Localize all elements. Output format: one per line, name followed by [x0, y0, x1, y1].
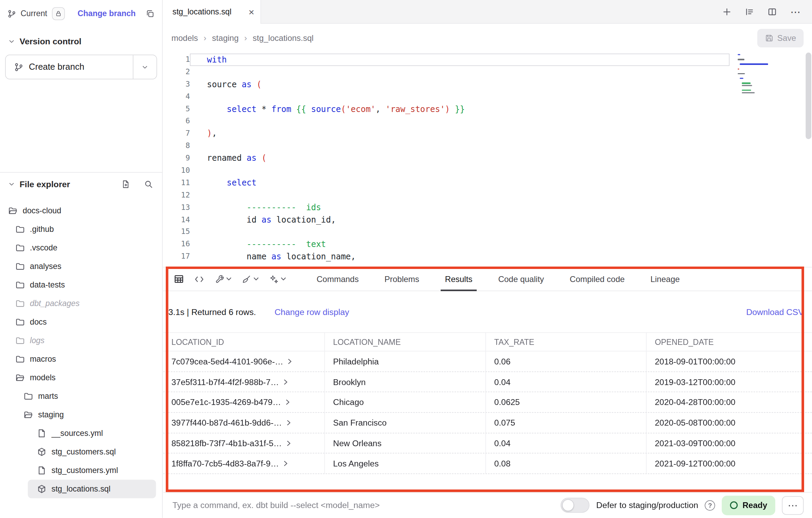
file-tree-item[interactable]: stg_locations.sql [28, 480, 156, 498]
code-line-text [190, 140, 730, 152]
download-csv-link[interactable]: Download CSV [746, 307, 804, 317]
file-tree-item-label: docs-cloud [23, 206, 61, 215]
code-line[interactable]: 17 name as location_name, [163, 250, 730, 263]
code-line[interactable]: 11 select [163, 177, 730, 189]
code-line[interactable]: 15 [163, 226, 730, 238]
change-branch-link[interactable]: Change branch [78, 9, 136, 18]
file-tree-item[interactable]: __sources.yml [0, 424, 156, 443]
panel-tab-compiled-code[interactable]: Compiled code [569, 268, 626, 291]
expand-row-icon[interactable] [285, 439, 292, 447]
editor-scrollbar[interactable] [805, 53, 811, 267]
code-line-text [190, 165, 730, 177]
new-file-icon[interactable] [121, 180, 130, 189]
panel-tab-commands[interactable]: Commands [316, 268, 360, 291]
code-line[interactable]: 10 [163, 165, 730, 177]
code-line-text: ---------- ids [190, 201, 730, 214]
more-menu-button[interactable]: ⋯ [782, 496, 804, 515]
new-tab-icon[interactable] [722, 7, 732, 16]
cell-tax-rate: 0.075 [486, 413, 646, 433]
file-tree-item[interactable]: docs-cloud [0, 202, 156, 220]
panel-tab-code-quality[interactable]: Code quality [497, 268, 545, 291]
expand-row-icon[interactable] [285, 419, 292, 427]
breadcrumb-item[interactable]: staging [198, 34, 239, 43]
cell-opened-date: 2020-04-28T00:00:00 [646, 392, 812, 412]
cell-location-name: San Francisco [324, 413, 486, 433]
file-tree-item[interactable]: dbt_packages [0, 294, 156, 313]
cell-location-name: Brooklyn [324, 372, 486, 392]
code-editor-area[interactable]: 1with23source as (45 select * from {{ so… [163, 53, 812, 267]
code-line[interactable]: 13 ---------- ids [163, 201, 730, 214]
code-editor[interactable]: 1with23source as (45 select * from {{ so… [163, 54, 730, 263]
file-tree-item-label: stg_customers.yml [51, 466, 118, 475]
file-tree-item[interactable]: macros [0, 350, 156, 369]
file-tree-item[interactable]: docs [0, 313, 156, 331]
current-branch-label: Current [21, 9, 47, 18]
folder-icon [15, 243, 25, 252]
editor-tabbar: stg_locations.sql × ⋯ [163, 0, 812, 24]
indent-list-icon[interactable] [745, 7, 754, 16]
file-tree-item[interactable]: staging [0, 406, 156, 424]
code-line-text: select [190, 177, 730, 189]
file-tree-item[interactable]: stg_customers.yml [0, 461, 156, 480]
line-number: 1 [163, 54, 190, 66]
code-line[interactable]: 2 [163, 66, 730, 78]
code-line[interactable]: 9renamed as ( [163, 152, 730, 165]
version-control-header[interactable]: Version control [0, 31, 162, 52]
file-tree-item-label: stg_customers.sql [51, 447, 116, 457]
format-button[interactable] [240, 272, 262, 286]
line-number: 14 [163, 214, 190, 226]
file-tree-item[interactable]: analyses [0, 257, 156, 276]
panel-tab-results[interactable]: Results [444, 268, 474, 291]
search-icon[interactable] [144, 180, 153, 189]
code-line[interactable]: 12 [163, 189, 730, 201]
version-control-title: Version control [20, 36, 81, 46]
copy-icon[interactable] [146, 9, 154, 18]
expand-row-icon[interactable] [283, 398, 291, 406]
file-tree-item[interactable]: models [0, 369, 156, 387]
code-line[interactable]: 7), [163, 127, 730, 140]
code-line[interactable]: 3source as ( [163, 78, 730, 91]
close-icon[interactable]: × [248, 7, 254, 17]
panel-tab-problems[interactable]: Problems [383, 268, 420, 291]
code-line-text: ---------- text [190, 238, 730, 251]
change-row-display-link[interactable]: Change row display [275, 307, 349, 317]
scrollbar-thumb[interactable] [806, 53, 812, 139]
build-tools-button[interactable] [212, 272, 234, 286]
table-view-button[interactable] [172, 272, 187, 286]
file-tree-item[interactable]: stg_customers.sql [0, 443, 156, 461]
broom-icon [242, 274, 251, 284]
results-table-header: LOCATION_IDLOCATION_NAMETAX_RATEOPENED_D… [163, 333, 812, 352]
file-tree-item[interactable]: logs [0, 331, 156, 350]
expand-row-icon[interactable] [281, 460, 289, 468]
file-tree-item[interactable]: data-tests [0, 276, 156, 294]
command-input[interactable] [172, 500, 561, 511]
code-line[interactable]: 4 [163, 91, 730, 103]
create-branch-button[interactable]: Create branch [5, 55, 157, 79]
breadcrumb-item[interactable]: stg_locations.sql [239, 34, 313, 43]
ai-fix-button[interactable] [267, 272, 289, 286]
editor-tab[interactable]: stg_locations.sql × [163, 0, 261, 24]
help-icon[interactable]: ? [705, 500, 715, 510]
code-line[interactable]: 16 ---------- text [163, 238, 730, 251]
code-line[interactable]: 14 id as location_id, [163, 214, 730, 226]
panel-tab-lineage[interactable]: Lineage [649, 268, 681, 291]
file-tree-item[interactable]: .github [0, 220, 156, 239]
code-line[interactable]: 5 select * from {{ source('ecom', 'raw_s… [163, 103, 730, 115]
code-line[interactable]: 8 [163, 140, 730, 152]
minimap[interactable] [738, 54, 800, 94]
code-line[interactable]: 1with [163, 54, 730, 66]
breadcrumb-item[interactable]: models [172, 34, 198, 43]
file-tree-item[interactable]: marts [0, 387, 156, 406]
save-button[interactable]: Save [757, 29, 804, 47]
code-line[interactable]: 6 [163, 115, 730, 127]
create-branch-dropdown[interactable] [133, 55, 156, 79]
more-options-icon[interactable]: ⋯ [790, 7, 801, 17]
expand-row-icon[interactable] [286, 358, 294, 365]
expand-row-icon[interactable] [281, 378, 289, 386]
defer-toggle[interactable] [561, 498, 590, 513]
file-tree-item[interactable]: .vscode [0, 239, 156, 257]
code-line-text: select * from {{ source('ecom', 'raw_sto… [190, 103, 730, 115]
code-view-button[interactable] [192, 272, 207, 286]
chevron-down-icon[interactable] [8, 181, 15, 188]
split-editor-icon[interactable] [768, 7, 777, 16]
